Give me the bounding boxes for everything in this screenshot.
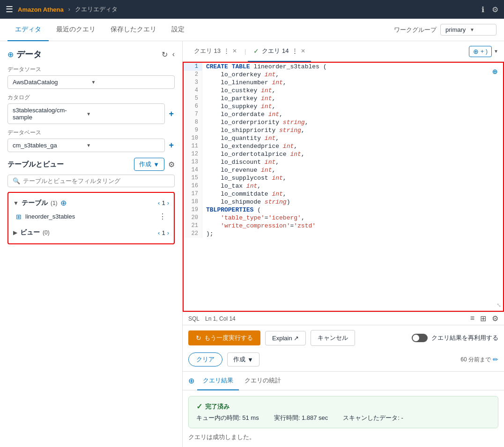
status-bar: SQL Ln 1, Col 14 ≡ ⊞ ⚙ bbox=[183, 312, 504, 325]
results-tab-results[interactable]: クエリ結果 bbox=[197, 372, 239, 390]
query-tab-14-close[interactable]: ✕ bbox=[301, 48, 305, 54]
make-button-label: 作成 bbox=[233, 355, 245, 364]
settings-icon[interactable]: ⚙ bbox=[492, 5, 498, 14]
status-card-title: ✓ 完了済み bbox=[196, 402, 490, 411]
clear-button[interactable]: クリア bbox=[188, 352, 222, 366]
tab-settings[interactable]: 設定 bbox=[164, 19, 192, 41]
filter-input[interactable] bbox=[23, 177, 170, 184]
table-menu-icon[interactable]: ⋮ bbox=[159, 212, 166, 221]
exec-time: 実行時間: 1.887 sec bbox=[274, 414, 328, 422]
line-number: 4 bbox=[184, 87, 202, 95]
tables-count: (1) bbox=[51, 200, 58, 206]
refresh-icon[interactable]: ↻ bbox=[162, 50, 168, 59]
line-number: 15 bbox=[184, 174, 202, 182]
sidebar-plus-icon[interactable]: ⊕ bbox=[7, 50, 14, 59]
status-grid-icon[interactable]: ⊞ bbox=[480, 314, 486, 323]
tab-recent[interactable]: 最近のクエリ bbox=[49, 19, 103, 41]
catalog-add-btn[interactable]: + bbox=[168, 109, 175, 119]
line-content[interactable]: lo_supplycost int, bbox=[202, 174, 503, 182]
datasource-label: データソース bbox=[7, 66, 175, 73]
brand-link[interactable]: Amazon Athena bbox=[18, 6, 64, 13]
menu-icon[interactable]: ☰ bbox=[6, 4, 13, 15]
tables-prev-icon[interactable]: ‹ bbox=[158, 199, 160, 206]
line-content[interactable]: lo_quantity int, bbox=[202, 134, 503, 142]
line-content[interactable]: lo_tax int, bbox=[202, 182, 503, 190]
line-content[interactable]: 'write_compression'='zstd' bbox=[202, 222, 503, 230]
query-tab-13-sep: ⋮ bbox=[223, 47, 230, 54]
editor-area: クエリ 13 ⋮ ✕ | ✓ クエリ 14 ⋮ ✕ ⊕ + ) ▼ bbox=[183, 41, 504, 447]
status-settings-icon[interactable]: ⚙ bbox=[492, 314, 498, 323]
resize-handle[interactable]: ⤡ bbox=[497, 302, 501, 309]
results-tab-label: クエリ結果 bbox=[203, 376, 233, 385]
reuse-toggle[interactable] bbox=[412, 334, 428, 342]
query-tab-13-close[interactable]: ✕ bbox=[232, 48, 237, 54]
run-button-label: もう一度実行する bbox=[204, 334, 253, 342]
query-tab-13[interactable]: クエリ 13 ⋮ ✕ bbox=[188, 41, 243, 62]
line-content[interactable]: CREATE TABLE lineorder_s3tables ( bbox=[202, 63, 503, 71]
add-line-icon[interactable]: ⊕ bbox=[492, 66, 497, 77]
code-line: 16 lo_tax int, bbox=[184, 182, 503, 190]
edit-icon[interactable]: ✏ bbox=[493, 356, 498, 363]
queue-time: キュー内の時間: 51 ms bbox=[196, 414, 259, 422]
line-content[interactable]: 'table_type'='iceberg', bbox=[202, 214, 503, 222]
tables-gear-icon[interactable]: ⚙ bbox=[168, 160, 175, 169]
views-header-row[interactable]: ▶ ビュー (0) ‹ 1 › bbox=[12, 226, 170, 240]
results-content: ✓ 完了済み キュー内の時間: 51 ms 実行時間: 1.887 sec スキ… bbox=[183, 390, 504, 447]
line-content[interactable]: lo_discount int, bbox=[202, 158, 503, 166]
line-content[interactable]: lo_shippriority string, bbox=[202, 126, 503, 134]
views-prev-icon[interactable]: ‹ bbox=[158, 229, 160, 236]
run-button[interactable]: ↻ もう一度実行する bbox=[188, 330, 260, 345]
info-icon[interactable]: ℹ bbox=[482, 5, 484, 14]
code-line: 3 lo_linenumber int, bbox=[184, 79, 503, 87]
line-content[interactable]: ); bbox=[202, 230, 503, 238]
database-add-btn[interactable]: + bbox=[168, 140, 175, 150]
line-content[interactable]: lo_commitdate int, bbox=[202, 190, 503, 198]
code-line: 15 lo_supplycost int, bbox=[184, 174, 503, 182]
results-plus-icon[interactable]: ⊕ bbox=[188, 376, 194, 385]
line-number: 19 bbox=[184, 206, 202, 214]
line-content[interactable]: lo_orderdate int, bbox=[202, 110, 503, 118]
cancel-button[interactable]: キャンセル bbox=[311, 330, 355, 346]
create-button[interactable]: 作成 ▼ bbox=[134, 158, 164, 171]
views-next-icon[interactable]: › bbox=[167, 229, 169, 236]
line-content[interactable]: lo_ordertotalprice int, bbox=[202, 150, 503, 158]
explain-button[interactable]: Explain ↗ bbox=[265, 331, 306, 345]
line-number: 1 bbox=[184, 63, 202, 71]
line-content[interactable]: lo_linenumber int, bbox=[202, 79, 503, 87]
tables-add-icon[interactable]: ⊕ bbox=[60, 198, 67, 207]
line-number: 20 bbox=[184, 214, 202, 222]
query-tab-14[interactable]: ✓ クエリ 14 ⋮ ✕ bbox=[248, 41, 311, 62]
results-tab-stats[interactable]: クエリの統計 bbox=[239, 372, 287, 390]
filter-wrap: 🔍 bbox=[7, 175, 175, 187]
add-tab-button[interactable]: ⊕ + ) bbox=[469, 46, 492, 57]
sidebar-title-icons: ↻ ‹ bbox=[162, 50, 175, 59]
tab-area-dropdown-icon[interactable]: ▼ bbox=[494, 49, 498, 54]
line-content[interactable]: lo_partkey int, bbox=[202, 95, 503, 103]
cancel-button-label: キャンセル bbox=[318, 334, 348, 341]
tables-header-row[interactable]: ▼ テーブル (1) ⊕ ‹ 1 › bbox=[12, 197, 170, 209]
tab-editor[interactable]: エディタ bbox=[7, 19, 49, 41]
results-stats-label: クエリの統計 bbox=[245, 376, 281, 385]
line-number: 8 bbox=[184, 118, 202, 126]
line-content[interactable]: lo_revenue int, bbox=[202, 166, 503, 174]
line-content[interactable]: TBLPROPERTIES ( bbox=[202, 206, 503, 214]
line-content[interactable]: lo_orderkey int, bbox=[202, 71, 503, 79]
line-content[interactable]: lo_suppkey int, bbox=[202, 103, 503, 110]
line-content[interactable]: lo_extendedprice int, bbox=[202, 142, 503, 150]
tab-saved[interactable]: 保存したクエリ bbox=[103, 19, 164, 41]
table-row[interactable]: ⊞ lineorder_s3tables ⋮ bbox=[12, 209, 170, 224]
create-dropdown-icon: ▼ bbox=[153, 161, 159, 168]
collapse-icon[interactable]: ‹ bbox=[172, 50, 175, 59]
tables-next-icon[interactable]: › bbox=[167, 199, 169, 206]
status-format-icon[interactable]: ≡ bbox=[470, 314, 474, 323]
line-content[interactable]: lo_custkey int, bbox=[202, 87, 503, 95]
database-select[interactable]: cm_s3tables_ga ▼ bbox=[7, 139, 165, 152]
line-content[interactable]: lo_orderpriority string, bbox=[202, 118, 503, 126]
catalog-select[interactable]: s3tablescatalog/cm-sample ▼ bbox=[7, 103, 165, 124]
datasource-select[interactable]: AwsDataCatalog ▼ bbox=[7, 75, 175, 89]
line-content[interactable]: lo_shipmode string) bbox=[202, 198, 503, 206]
tables-views-header: テーブルとビュー 作成 ▼ ⚙ bbox=[7, 158, 175, 171]
make-button[interactable]: 作成 ▼ bbox=[227, 352, 259, 366]
workgroup-select[interactable]: primary ▼ bbox=[440, 24, 497, 36]
code-editor[interactable]: 1CREATE TABLE lineorder_s3tables (2 lo_o… bbox=[183, 62, 504, 312]
